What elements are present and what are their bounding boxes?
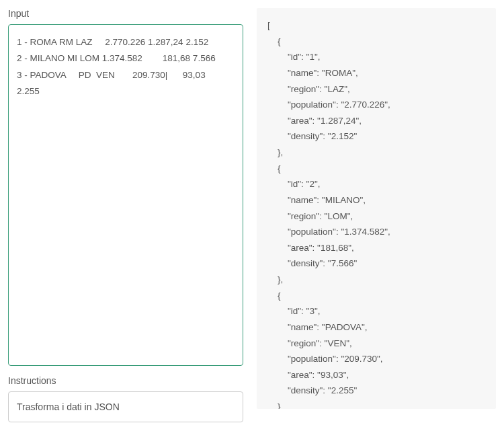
right-column: [ { "id": "1", "name": "ROMA", "region":… [257,8,496,422]
spacer [8,366,243,375]
input-textarea[interactable] [8,24,243,366]
main-container: Input Instructions [ { "id": "1", "name"… [8,8,496,422]
input-label: Input [8,8,243,19]
instructions-input[interactable] [8,391,243,422]
left-column: Input Instructions [8,8,243,422]
instructions-label: Instructions [8,375,243,386]
output-panel[interactable]: [ { "id": "1", "name": "ROMA", "region":… [257,8,496,409]
